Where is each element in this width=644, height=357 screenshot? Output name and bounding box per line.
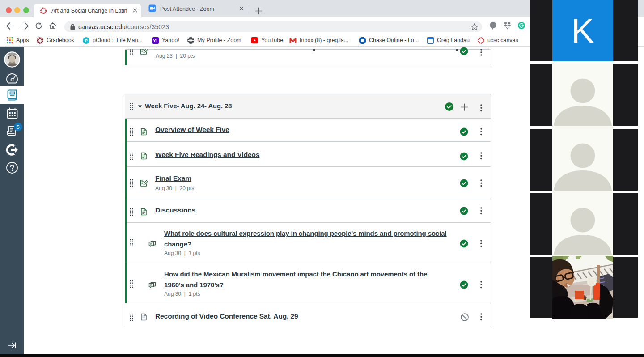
svg-text:Y!: Y! bbox=[153, 38, 157, 43]
svg-text:P: P bbox=[85, 38, 87, 42]
